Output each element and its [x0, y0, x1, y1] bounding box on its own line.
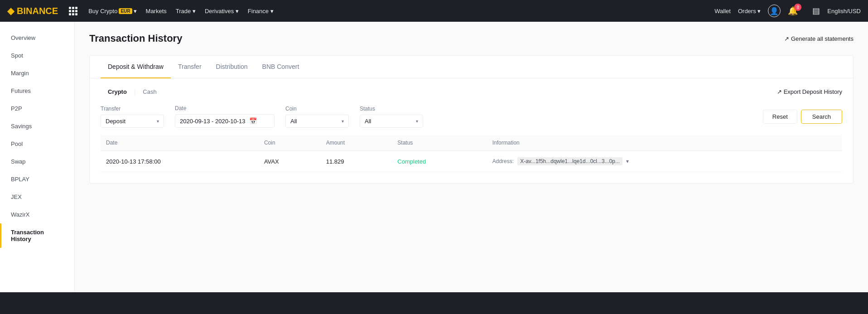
main-content: Transaction History ↗ Generate all state…	[75, 22, 868, 314]
transfer-value: Deposit	[106, 118, 125, 125]
col-information: Information	[487, 135, 842, 151]
sidebar-item-bplay[interactable]: BPLAY	[0, 170, 74, 188]
user-avatar[interactable]: 👤	[768, 5, 781, 17]
expand-button[interactable]: ▾	[626, 158, 629, 164]
date-picker[interactable]: 2020-09-13 - 2020-10-13 📅	[175, 114, 275, 128]
sidebar-item-pool[interactable]: Pool	[0, 135, 74, 153]
nav-markets[interactable]: Markets	[146, 8, 167, 14]
cell-date: 2020-10-13 17:58:00	[101, 151, 259, 172]
main-layout: Overview Spot Margin Futures P2P Savings…	[0, 22, 868, 314]
chevron-down-icon: ▾	[416, 119, 418, 124]
sidebar-item-wazirx[interactable]: WazirX	[0, 206, 74, 223]
search-button[interactable]: Search	[801, 110, 842, 124]
date-value: 2020-09-13 - 2020-10-13	[180, 118, 246, 125]
status-select[interactable]: All ▾	[360, 115, 423, 128]
filter-type-row: Crypto | Cash ↗ Export Deposit History	[101, 86, 842, 98]
transaction-table: Date Coin Amount Status Information 2020…	[101, 135, 842, 172]
coin-select[interactable]: All ▾	[285, 115, 349, 128]
chevron-down-icon: ▾	[157, 119, 159, 124]
date-label: Date	[175, 105, 275, 111]
filter-group-date: Date 2020-09-13 - 2020-10-13 📅	[175, 105, 275, 128]
logo-icon: ◆	[7, 5, 14, 16]
sidebar-label-swap: Swap	[11, 158, 26, 165]
calendar-icon: 📅	[249, 117, 257, 125]
notification-badge: 8	[794, 4, 801, 11]
filter-row: Transfer Deposit ▾ Date 2020-09-13 - 202…	[101, 105, 842, 128]
sidebar-item-futures[interactable]: Futures	[0, 82, 74, 100]
tab-distribution[interactable]: Distribution	[209, 56, 255, 78]
type-btn-cash[interactable]: Cash	[135, 86, 164, 98]
filter-group-status: Status All ▾	[360, 106, 423, 128]
logo-text: BINANCE	[17, 6, 58, 16]
generate-statements-link[interactable]: ↗ Generate all statements	[784, 35, 854, 42]
address-label: Address:	[492, 158, 514, 164]
type-buttons: Crypto | Cash	[101, 86, 164, 98]
filter-actions: Reset Search	[763, 110, 842, 124]
transfer-select[interactable]: Deposit ▾	[101, 115, 164, 128]
reset-button[interactable]: Reset	[763, 110, 797, 124]
cell-coin: AVAX	[259, 151, 321, 172]
col-date: Date	[101, 135, 259, 151]
nav-buy-crypto[interactable]: Buy Crypto EUR ▾	[88, 8, 136, 14]
footer	[0, 292, 868, 314]
nav-links: Buy Crypto EUR ▾ Markets Trade ▾ Derivat…	[88, 8, 704, 14]
status-label: Status	[360, 106, 423, 112]
transfer-label: Transfer	[101, 106, 164, 112]
sidebar-item-p2p[interactable]: P2P	[0, 100, 74, 117]
top-navigation: ◆ BINANCE Buy Crypto EUR ▾ Markets Trade…	[0, 0, 868, 22]
tabs-bar: Deposit & Withdraw Transfer Distribution…	[90, 56, 853, 78]
sidebar-label-wazirx: WazirX	[11, 211, 29, 218]
sidebar: Overview Spot Margin Futures P2P Savings…	[0, 22, 75, 314]
cell-information: Address: X-av...1f5h...dqwle1...lqe1d...…	[487, 151, 842, 172]
page-header: Transaction History ↗ Generate all state…	[89, 33, 854, 44]
language-selector[interactable]: English/USD	[827, 8, 861, 14]
grid-menu-icon[interactable]	[69, 7, 77, 15]
tab-deposit-withdraw[interactable]: Deposit & Withdraw	[101, 56, 171, 78]
sidebar-item-jex[interactable]: JEX	[0, 188, 74, 206]
address-cell: Address: X-av...1f5h...dqwle1...lqe1d...…	[492, 157, 837, 165]
sidebar-item-transaction-history[interactable]: Transaction History	[0, 223, 74, 248]
account-icon[interactable]: ▤	[812, 6, 820, 16]
sidebar-item-swap[interactable]: Swap	[0, 153, 74, 170]
col-status: Status	[392, 135, 487, 151]
orders-link[interactable]: Orders ▾	[738, 8, 761, 14]
table-wrapper: Date Coin Amount Status Information 2020…	[90, 135, 853, 183]
nav-derivatives[interactable]: Derivatives ▾	[205, 8, 239, 14]
nav-trade[interactable]: Trade ▾	[176, 8, 196, 14]
sidebar-label-pool: Pool	[11, 140, 23, 147]
page-title: Transaction History	[89, 33, 182, 44]
filter-group-coin: Coin All ▾	[285, 106, 349, 128]
status-value: All	[365, 118, 371, 125]
sidebar-label-savings: Savings	[11, 123, 32, 130]
export-deposit-history-link[interactable]: ↗ Export Deposit History	[777, 88, 842, 95]
tab-transfer[interactable]: Transfer	[171, 56, 209, 78]
coin-value: All	[290, 118, 297, 125]
table-row: 2020-10-13 17:58:00 AVAX 11.829 Complete…	[101, 151, 842, 172]
sidebar-label-margin: Margin	[11, 70, 29, 77]
external-link-icon: ↗	[784, 35, 789, 42]
notifications[interactable]: 🔔 8	[788, 6, 805, 16]
sidebar-item-savings[interactable]: Savings	[0, 117, 74, 135]
table-body: 2020-10-13 17:58:00 AVAX 11.829 Complete…	[101, 151, 842, 172]
sidebar-item-overview[interactable]: Overview	[0, 29, 74, 47]
address-value: X-av...1f5h...dqwle1...lqe1d...0cl...3..…	[517, 157, 622, 165]
tab-bnb-convert[interactable]: BNB Convert	[255, 56, 307, 78]
nav-finance[interactable]: Finance ▾	[248, 8, 274, 14]
chevron-down-icon: ▾	[342, 119, 344, 124]
sidebar-item-margin[interactable]: Margin	[0, 64, 74, 82]
logo[interactable]: ◆ BINANCE	[7, 5, 58, 16]
table-header: Date Coin Amount Status Information	[101, 135, 842, 151]
col-coin: Coin	[259, 135, 321, 151]
sidebar-item-spot[interactable]: Spot	[0, 47, 74, 64]
type-btn-crypto[interactable]: Crypto	[101, 86, 134, 98]
sidebar-label-overview: Overview	[11, 34, 35, 41]
sidebar-label-transaction-history: Transaction History	[11, 229, 63, 242]
main-card: Deposit & Withdraw Transfer Distribution…	[89, 55, 854, 184]
sidebar-label-futures: Futures	[11, 87, 31, 94]
nav-right: Wallet Orders ▾ 👤 🔔 8 ▤ English/USD	[714, 5, 861, 17]
sidebar-label-spot: Spot	[11, 52, 23, 59]
wallet-link[interactable]: Wallet	[714, 8, 731, 14]
filter-section: Crypto | Cash ↗ Export Deposit History T…	[90, 78, 853, 135]
sidebar-label-jex: JEX	[11, 193, 22, 200]
eur-badge: EUR	[119, 8, 132, 14]
